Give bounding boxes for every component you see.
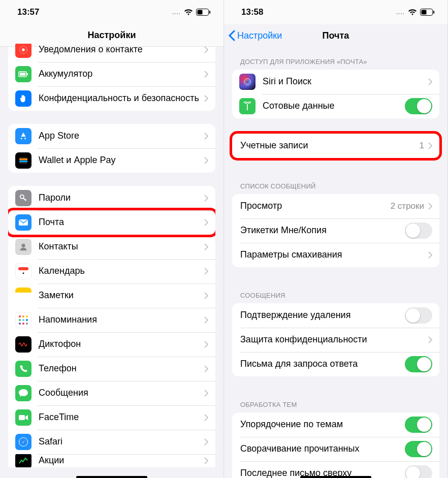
siri-icon	[239, 74, 255, 90]
chevron-right-icon	[204, 157, 208, 164]
notifications-icon	[15, 44, 31, 58]
svg-rect-2	[209, 11, 210, 14]
row-privacy-protection[interactable]: Защита конфиденциальности	[232, 328, 439, 352]
cellular-toggle[interactable]	[405, 98, 432, 114]
row-battery[interactable]: Аккумулятор	[8, 62, 215, 86]
row-messages[interactable]: Сообщения	[8, 381, 215, 405]
nav-bar: Настройки Почта	[224, 24, 447, 47]
row-reminders[interactable]: Напоминания	[8, 308, 215, 332]
chevron-right-icon	[428, 336, 432, 343]
svg-rect-17	[19, 415, 25, 420]
chevron-right-icon	[204, 133, 208, 140]
row-label: Safari	[39, 436, 204, 448]
settings-list[interactable]: Уведомления о контакте Аккумулятор Конфи…	[0, 44, 223, 475]
group-accounts: Учетные записи 1	[232, 134, 439, 158]
recent-toggle[interactable]	[405, 465, 432, 478]
chevron-right-icon	[204, 365, 208, 372]
section-header-access: ДОСТУП ДЛЯ ПРИЛОЖЕНИЯ «ПОЧТА»	[224, 47, 447, 70]
collapse-toggle[interactable]	[405, 441, 432, 457]
row-stocks[interactable]: Акции	[8, 454, 215, 467]
chevron-right-icon	[428, 78, 432, 85]
followup-toggle[interactable]	[405, 356, 432, 372]
status-indicators: ....	[172, 9, 210, 16]
cellular-dots-icon: ....	[172, 9, 181, 16]
row-wallet[interactable]: Wallet и Apple Pay	[8, 148, 215, 173]
row-phone[interactable]: Телефон	[8, 357, 215, 381]
row-passwords[interactable]: Пароли	[8, 186, 215, 210]
stocks-icon	[15, 454, 31, 467]
hand-icon	[15, 90, 31, 107]
svg-rect-21	[422, 10, 427, 15]
nav-back-label: Настройки	[237, 30, 282, 41]
voice-memos-icon	[15, 336, 31, 353]
row-cellular[interactable]: Сотовые данные	[232, 94, 439, 118]
battery-app-icon	[15, 66, 31, 82]
chevron-right-icon	[428, 142, 432, 149]
svg-point-24	[245, 80, 249, 83]
row-organize-thread[interactable]: Упорядочение по темам	[232, 412, 439, 437]
appstore-icon	[15, 128, 31, 144]
chevron-right-icon	[204, 316, 208, 324]
row-label: Почта	[39, 217, 204, 228]
safari-icon	[15, 434, 31, 450]
row-calendar[interactable]: ▪ Календарь	[8, 259, 215, 283]
row-label: Заметки	[39, 290, 204, 301]
row-label: Просмотр	[240, 201, 391, 212]
row-label: Упорядочение по темам	[240, 419, 405, 430]
row-mail[interactable]: Почта	[8, 210, 215, 235]
row-contact-notifications[interactable]: Уведомления о контакте	[8, 44, 215, 62]
row-collapse-read[interactable]: Сворачивание прочитанных	[232, 437, 439, 461]
battery-icon	[420, 9, 434, 16]
mail-settings-list[interactable]: ДОСТУП ДЛЯ ПРИЛОЖЕНИЯ «ПОЧТА» Siri и Пои…	[224, 47, 447, 478]
row-accounts[interactable]: Учетные записи 1	[232, 134, 439, 158]
row-label: Этикетки Мне/Копия	[240, 225, 405, 236]
row-facetime[interactable]: FaceTime	[8, 405, 215, 430]
chevron-right-icon	[204, 219, 208, 226]
row-label: Диктофон	[39, 339, 204, 350]
row-label: Конфиденциальность и безопасность	[39, 93, 204, 104]
antenna-icon	[239, 98, 255, 114]
confirm-delete-toggle[interactable]	[405, 307, 432, 324]
organize-toggle[interactable]	[405, 417, 432, 433]
row-contacts[interactable]: Контакты	[8, 235, 215, 259]
row-label: Пароли	[39, 193, 204, 204]
nav-title: Почта	[323, 30, 349, 41]
row-label: Напоминания	[39, 314, 204, 326]
row-appstore[interactable]: App Store	[8, 124, 215, 148]
chevron-right-icon	[204, 390, 208, 397]
section-header-messages: СООБЩЕНИЯ	[224, 280, 447, 303]
row-label: Письма для запроса ответа	[240, 359, 405, 370]
mail-settings-screen: 13:58 .... Настройки Почта ДОСТУП ДЛЯ ПР…	[224, 0, 448, 478]
nav-title: Настройки	[88, 30, 136, 41]
nav-back-button[interactable]: Настройки	[228, 30, 282, 41]
row-label: Сотовые данные	[263, 101, 405, 112]
row-label: Акции	[39, 455, 204, 466]
status-bar: 13:58 ....	[224, 0, 447, 24]
row-swipe-options[interactable]: Параметры смахивания	[232, 243, 439, 267]
row-tome-labels[interactable]: Этикетки Мне/Копия	[232, 218, 439, 243]
group-apps: Пароли Почта Контакты ▪	[8, 186, 215, 467]
status-time: 13:57	[17, 7, 39, 17]
svg-rect-6	[27, 73, 28, 75]
group-threading: Упорядочение по темам Сворачивание прочи…	[232, 412, 439, 478]
chevron-right-icon	[204, 95, 208, 102]
row-notes[interactable]: Заметки	[8, 283, 215, 308]
settings-screen: 13:57 .... Настройки Уведомления о конта…	[0, 0, 224, 478]
chevron-right-icon	[204, 46, 208, 53]
row-followup-suggestions[interactable]: Письма для запроса ответа	[232, 352, 439, 376]
row-siri[interactable]: Siri и Поиск	[232, 70, 439, 94]
row-safari[interactable]: Safari	[8, 430, 215, 454]
row-label: FaceTime	[39, 412, 204, 423]
chevron-right-icon	[204, 195, 208, 202]
row-privacy[interactable]: Конфиденциальность и безопасность	[8, 86, 215, 111]
tome-toggle[interactable]	[405, 222, 432, 239]
svg-rect-22	[433, 11, 434, 14]
chevron-right-icon	[204, 457, 208, 464]
row-confirm-delete[interactable]: Подтверждение удаления	[232, 303, 439, 328]
row-voice-memos[interactable]: Диктофон	[8, 332, 215, 357]
chevron-right-icon	[428, 251, 432, 259]
row-preview[interactable]: Просмотр 2 строки	[232, 194, 439, 218]
row-label: App Store	[39, 131, 204, 142]
contacts-icon	[15, 239, 31, 255]
section-header-msglist: СПИСОК СООБЩЕНИЙ	[224, 171, 447, 194]
